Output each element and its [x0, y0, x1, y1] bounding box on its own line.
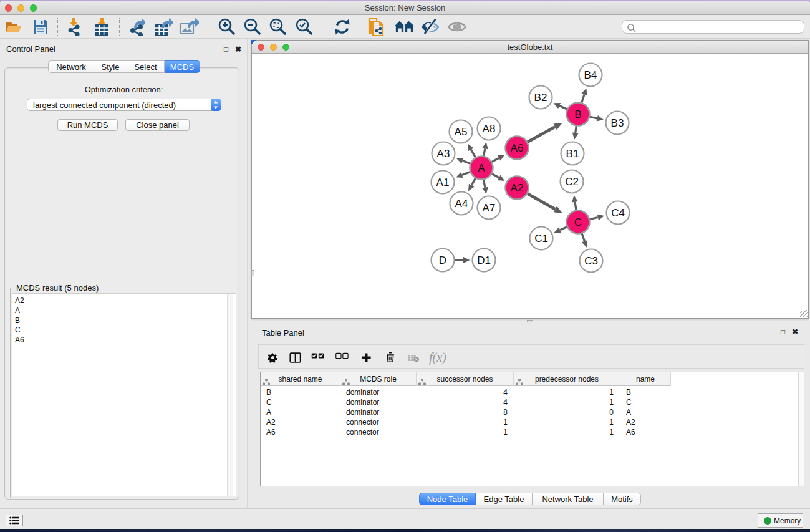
svg-text:B1: B1	[566, 148, 579, 160]
svg-text:D: D	[439, 254, 446, 266]
svg-text:C: C	[574, 216, 582, 228]
svg-text:A5: A5	[455, 126, 468, 138]
svg-text:A: A	[478, 162, 485, 174]
svg-text:D1: D1	[477, 254, 491, 266]
svg-text:A8: A8	[483, 123, 496, 135]
svg-text:A7: A7	[483, 202, 496, 214]
svg-text:C1: C1	[534, 233, 548, 244]
svg-text:A3: A3	[437, 148, 450, 160]
svg-text:A1: A1	[436, 177, 450, 188]
svg-text:C2: C2	[565, 176, 579, 188]
svg-text:A2: A2	[511, 182, 524, 194]
svg-text:B2: B2	[534, 92, 547, 104]
svg-text:B: B	[574, 109, 581, 120]
svg-text:B3: B3	[611, 117, 624, 129]
svg-text:A6: A6	[511, 142, 524, 154]
svg-text:C3: C3	[584, 255, 598, 267]
svg-text:C4: C4	[611, 207, 625, 219]
svg-text:A4: A4	[455, 198, 468, 210]
svg-text:B4: B4	[584, 69, 597, 81]
